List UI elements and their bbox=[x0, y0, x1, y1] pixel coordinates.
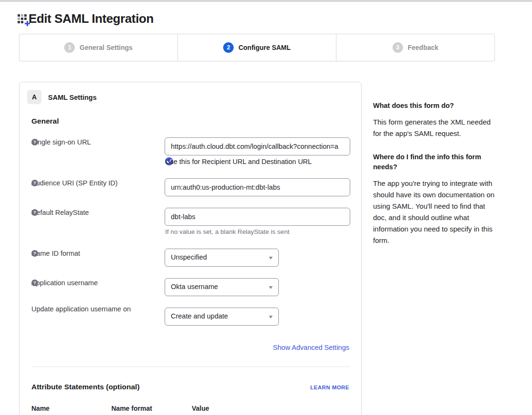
section-badge: A bbox=[27, 90, 41, 104]
update-application-username-select[interactable]: Create and update bbox=[165, 308, 279, 326]
default-relaystate-label: Default RelayState bbox=[31, 209, 38, 216]
stepper-step-feedback[interactable]: 3 Feedback bbox=[336, 34, 494, 61]
sso-url-label-text: Single sign-on URL bbox=[31, 137, 91, 147]
column-header-name: Name bbox=[31, 405, 49, 412]
checkbox-label: Use this for Recipient URL and Destinati… bbox=[165, 158, 312, 165]
help-icon[interactable] bbox=[31, 139, 38, 145]
sidebar-answer-1: This form generates the XML needed for t… bbox=[373, 116, 496, 139]
step-label: Feedback bbox=[408, 44, 439, 51]
chevron-down-icon bbox=[269, 257, 273, 260]
application-username-label-text: Application username bbox=[31, 278, 98, 288]
help-icon[interactable] bbox=[31, 250, 38, 257]
step-label: Configure SAML bbox=[238, 44, 291, 51]
step-label: General Settings bbox=[79, 44, 132, 51]
column-header-value: Value bbox=[192, 405, 209, 412]
attribute-statements-heading: Attribute Statements (optional) bbox=[31, 383, 139, 391]
column-header-name-format: Name format bbox=[111, 405, 152, 412]
window-top-border bbox=[0, 0, 532, 2]
saml-settings-panel: A SAML Settings General Single sign-on U… bbox=[19, 82, 362, 415]
section-title: SAML Settings bbox=[48, 94, 97, 101]
sidebar-question-1: What does this form do? bbox=[373, 101, 496, 111]
name-id-format-label-text: Name ID format bbox=[31, 249, 80, 258]
default-relaystate-input[interactable] bbox=[165, 208, 350, 226]
show-advanced-settings-link[interactable]: Show Advanced Settings bbox=[273, 344, 349, 351]
update-application-username-label-text: Update application username on bbox=[31, 304, 131, 314]
sidebar-question-2: Where do I find the info this form needs… bbox=[373, 152, 496, 172]
stepper-step-configure-saml[interactable]: 2 Configure SAML bbox=[177, 34, 336, 61]
stepper-step-general-settings[interactable]: 1 General Settings bbox=[20, 34, 177, 61]
selected-value: Create and update bbox=[171, 312, 228, 320]
selected-value: Unspecified bbox=[171, 253, 207, 261]
relaystate-hint: If no value is set, a blank RelayState i… bbox=[165, 228, 289, 235]
audience-uri-label: Audience URI (SP Entity ID) bbox=[31, 180, 38, 186]
step-number-badge: 2 bbox=[223, 42, 234, 53]
sso-url-input[interactable] bbox=[165, 137, 350, 155]
help-sidebar: What does this form do? This form genera… bbox=[373, 101, 496, 259]
step-number-badge: 1 bbox=[64, 42, 75, 53]
chevron-down-icon bbox=[269, 286, 273, 289]
step-number-badge: 3 bbox=[393, 42, 403, 53]
sso-url-label: Single sign-on URL bbox=[31, 139, 38, 145]
learn-more-link[interactable]: LEARN MORE bbox=[310, 385, 349, 390]
help-icon[interactable] bbox=[31, 209, 38, 216]
audience-uri-input[interactable] bbox=[165, 178, 350, 196]
chevron-down-icon bbox=[269, 316, 273, 318]
audience-uri-label-text: Audience URI (SP Entity ID) bbox=[31, 178, 118, 188]
help-icon[interactable] bbox=[31, 180, 38, 186]
help-icon[interactable] bbox=[31, 280, 38, 286]
application-username-label: Application username bbox=[31, 280, 38, 286]
name-id-format-label: Name ID format bbox=[31, 250, 38, 257]
default-relaystate-label-text: Default RelayState bbox=[31, 208, 89, 217]
section-divider bbox=[31, 367, 350, 367]
sidebar-answer-2: The app you're trying to integrate with … bbox=[373, 178, 496, 246]
application-username-select[interactable]: Okta username bbox=[165, 278, 279, 296]
wizard-stepper: 1 General Settings 2 Configure SAML 3 Fe… bbox=[19, 34, 495, 61]
general-section-heading: General bbox=[31, 117, 59, 125]
page-title: Edit SAML Integration bbox=[29, 11, 154, 26]
name-id-format-select[interactable]: Unspecified bbox=[165, 249, 279, 267]
recipient-destination-checkbox-row: Use this for Recipient URL and Destinati… bbox=[165, 157, 173, 165]
selected-value: Okta username bbox=[171, 283, 218, 290]
